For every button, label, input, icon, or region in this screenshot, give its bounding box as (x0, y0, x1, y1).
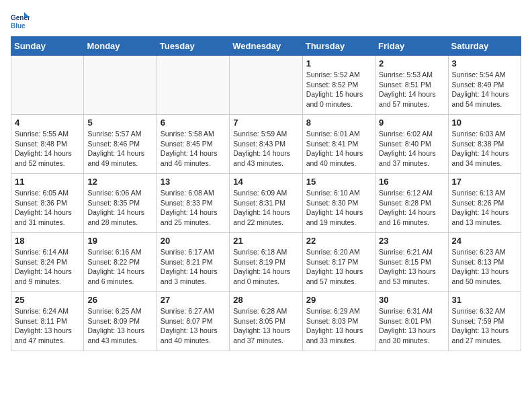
day-number: 14 (233, 177, 298, 187)
calendar-cell: 20Sunrise: 6:17 AMSunset: 8:21 PMDayligh… (157, 233, 229, 292)
calendar-cell: 2Sunrise: 5:53 AMSunset: 8:51 PMDaylight… (375, 56, 448, 115)
day-number: 15 (306, 177, 371, 187)
calendar-cell: 22Sunrise: 6:20 AMSunset: 8:17 PMDayligh… (302, 233, 375, 292)
day-number: 25 (15, 295, 80, 305)
day-number: 31 (452, 295, 517, 305)
day-info: Sunrise: 6:31 AMSunset: 8:01 PMDaylight:… (379, 306, 444, 346)
day-info: Sunrise: 6:16 AMSunset: 8:22 PMDaylight:… (87, 247, 152, 287)
weekday-header-thursday: Thursday (302, 37, 375, 56)
calendar-cell: 16Sunrise: 6:12 AMSunset: 8:28 PMDayligh… (375, 174, 448, 233)
day-number: 16 (379, 177, 444, 187)
svg-text:Blue: Blue (11, 22, 26, 30)
calendar-cell: 23Sunrise: 6:21 AMSunset: 8:15 PMDayligh… (375, 233, 448, 292)
day-info: Sunrise: 6:27 AMSunset: 8:07 PMDaylight:… (161, 306, 226, 346)
calendar-cell: 24Sunrise: 6:23 AMSunset: 8:13 PMDayligh… (448, 233, 521, 292)
day-info: Sunrise: 6:29 AMSunset: 8:03 PMDaylight:… (306, 306, 371, 346)
day-info: Sunrise: 6:28 AMSunset: 8:05 PMDaylight:… (233, 306, 298, 346)
day-number: 23 (379, 236, 444, 246)
day-info: Sunrise: 6:25 AMSunset: 8:09 PMDaylight:… (87, 306, 152, 346)
calendar-cell: 3Sunrise: 5:54 AMSunset: 8:49 PMDaylight… (448, 56, 521, 115)
calendar-week-row: 18Sunrise: 6:14 AMSunset: 8:24 PMDayligh… (11, 233, 521, 292)
day-number: 11 (15, 177, 80, 187)
calendar-cell: 26Sunrise: 6:25 AMSunset: 8:09 PMDayligh… (84, 292, 157, 351)
day-info: Sunrise: 5:54 AMSunset: 8:49 PMDaylight:… (452, 70, 517, 109)
calendar-cell: 10Sunrise: 6:03 AMSunset: 8:38 PMDayligh… (448, 115, 521, 174)
day-info: Sunrise: 6:23 AMSunset: 8:13 PMDaylight:… (452, 247, 517, 287)
calendar-cell: 13Sunrise: 6:08 AMSunset: 8:33 PMDayligh… (157, 174, 229, 233)
weekday-header-wednesday: Wednesday (230, 37, 302, 56)
day-number: 2 (379, 58, 444, 68)
calendar-cell: 4Sunrise: 5:55 AMSunset: 8:48 PMDaylight… (11, 115, 84, 174)
day-info: Sunrise: 6:14 AMSunset: 8:24 PMDaylight:… (15, 247, 80, 287)
day-info: Sunrise: 6:18 AMSunset: 8:19 PMDaylight:… (233, 247, 298, 287)
day-number: 5 (87, 118, 152, 128)
day-number: 18 (15, 236, 80, 246)
day-info: Sunrise: 6:32 AMSunset: 7:59 PMDaylight:… (452, 306, 517, 346)
day-number: 26 (87, 295, 152, 305)
calendar-cell: 12Sunrise: 6:06 AMSunset: 8:35 PMDayligh… (84, 174, 157, 233)
weekday-header-row: SundayMondayTuesdayWednesdayThursdayFrid… (11, 37, 521, 56)
day-info: Sunrise: 5:53 AMSunset: 8:51 PMDaylight:… (379, 70, 444, 109)
calendar-cell: 7Sunrise: 5:59 AMSunset: 8:43 PMDaylight… (230, 115, 302, 174)
day-info: Sunrise: 5:52 AMSunset: 8:52 PMDaylight:… (306, 70, 371, 109)
calendar-week-row: 11Sunrise: 6:05 AMSunset: 8:36 PMDayligh… (11, 174, 521, 233)
day-number: 17 (452, 177, 517, 187)
weekday-header-saturday: Saturday (448, 37, 521, 56)
day-number: 24 (452, 236, 517, 246)
day-number: 20 (161, 236, 226, 246)
day-number: 4 (15, 118, 80, 128)
day-number: 8 (306, 118, 371, 128)
calendar-cell (84, 56, 157, 115)
day-info: Sunrise: 6:02 AMSunset: 8:40 PMDaylight:… (379, 129, 444, 169)
day-number: 9 (379, 118, 444, 128)
weekday-header-tuesday: Tuesday (157, 37, 229, 56)
calendar-cell: 31Sunrise: 6:32 AMSunset: 7:59 PMDayligh… (448, 292, 521, 351)
calendar-cell: 30Sunrise: 6:31 AMSunset: 8:01 PMDayligh… (375, 292, 448, 351)
calendar-cell (230, 56, 302, 115)
day-number: 12 (87, 177, 152, 187)
calendar-cell: 17Sunrise: 6:13 AMSunset: 8:26 PMDayligh… (448, 174, 521, 233)
day-info: Sunrise: 5:57 AMSunset: 8:46 PMDaylight:… (87, 129, 152, 169)
day-number: 1 (306, 58, 371, 68)
day-info: Sunrise: 6:17 AMSunset: 8:21 PMDaylight:… (161, 247, 226, 287)
day-info: Sunrise: 6:10 AMSunset: 8:30 PMDaylight:… (306, 188, 371, 228)
day-number: 28 (233, 295, 298, 305)
day-info: Sunrise: 5:55 AMSunset: 8:48 PMDaylight:… (15, 129, 80, 169)
day-info: Sunrise: 6:08 AMSunset: 8:33 PMDaylight:… (161, 188, 226, 228)
calendar-cell: 18Sunrise: 6:14 AMSunset: 8:24 PMDayligh… (11, 233, 84, 292)
day-number: 22 (306, 236, 371, 246)
calendar-cell: 21Sunrise: 6:18 AMSunset: 8:19 PMDayligh… (230, 233, 302, 292)
day-info: Sunrise: 5:59 AMSunset: 8:43 PMDaylight:… (233, 129, 298, 169)
calendar-cell: 29Sunrise: 6:29 AMSunset: 8:03 PMDayligh… (302, 292, 375, 351)
day-info: Sunrise: 6:13 AMSunset: 8:26 PMDaylight:… (452, 188, 517, 228)
calendar-table: SundayMondayTuesdayWednesdayThursdayFrid… (11, 36, 521, 351)
calendar-cell: 5Sunrise: 5:57 AMSunset: 8:46 PMDaylight… (84, 115, 157, 174)
day-info: Sunrise: 6:20 AMSunset: 8:17 PMDaylight:… (306, 247, 371, 287)
logo-icon: General Blue (11, 11, 30, 30)
calendar-cell: 9Sunrise: 6:02 AMSunset: 8:40 PMDaylight… (375, 115, 448, 174)
day-info: Sunrise: 6:21 AMSunset: 8:15 PMDaylight:… (379, 247, 444, 287)
day-info: Sunrise: 6:24 AMSunset: 8:11 PMDaylight:… (15, 306, 80, 346)
calendar-cell: 25Sunrise: 6:24 AMSunset: 8:11 PMDayligh… (11, 292, 84, 351)
calendar-cell: 6Sunrise: 5:58 AMSunset: 8:45 PMDaylight… (157, 115, 229, 174)
calendar-cell: 15Sunrise: 6:10 AMSunset: 8:30 PMDayligh… (302, 174, 375, 233)
day-info: Sunrise: 5:58 AMSunset: 8:45 PMDaylight:… (161, 129, 226, 169)
day-number: 7 (233, 118, 298, 128)
day-number: 3 (452, 58, 517, 68)
day-number: 13 (161, 177, 226, 187)
day-number: 6 (161, 118, 226, 128)
calendar-cell: 8Sunrise: 6:01 AMSunset: 8:41 PMDaylight… (302, 115, 375, 174)
calendar-cell: 19Sunrise: 6:16 AMSunset: 8:22 PMDayligh… (84, 233, 157, 292)
day-info: Sunrise: 6:12 AMSunset: 8:28 PMDaylight:… (379, 188, 444, 228)
weekday-header-sunday: Sunday (11, 37, 84, 56)
calendar-cell: 28Sunrise: 6:28 AMSunset: 8:05 PMDayligh… (230, 292, 302, 351)
page-header: General Blue (11, 11, 521, 30)
day-number: 21 (233, 236, 298, 246)
day-info: Sunrise: 6:06 AMSunset: 8:35 PMDaylight:… (87, 188, 152, 228)
calendar-week-row: 4Sunrise: 5:55 AMSunset: 8:48 PMDaylight… (11, 115, 521, 174)
weekday-header-friday: Friday (375, 37, 448, 56)
day-info: Sunrise: 6:09 AMSunset: 8:31 PMDaylight:… (233, 188, 298, 228)
day-number: 27 (161, 295, 226, 305)
calendar-week-row: 1Sunrise: 5:52 AMSunset: 8:52 PMDaylight… (11, 56, 521, 115)
calendar-cell (11, 56, 84, 115)
